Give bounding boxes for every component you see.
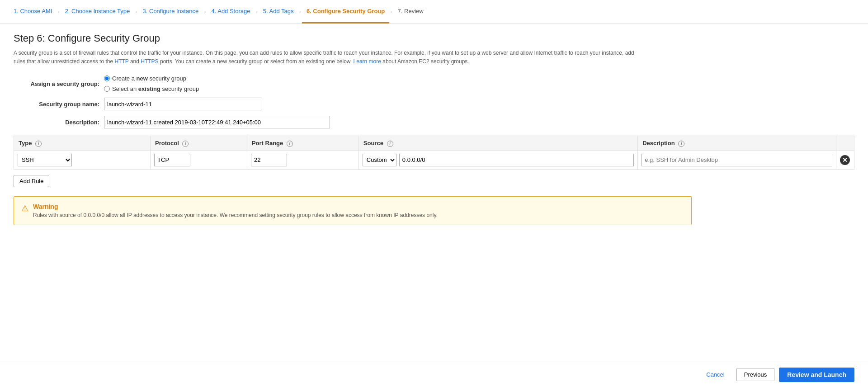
- protocol-info-icon[interactable]: i: [182, 141, 189, 147]
- main-content: Step 6: Configure Security Group A secur…: [0, 24, 868, 234]
- sg-desc-row: Description:: [14, 116, 854, 128]
- create-new-option[interactable]: Create a new security group: [104, 75, 199, 82]
- col-protocol: Protocol i: [151, 136, 247, 151]
- https-link[interactable]: HTTPS: [141, 58, 158, 65]
- port-range-input[interactable]: [251, 154, 287, 166]
- sg-name-row: Security group name:: [14, 98, 854, 110]
- desc-and: and: [129, 58, 141, 65]
- page-title: Step 6: Configure Security Group: [14, 33, 854, 44]
- warning-content: Warning Rules with source of 0.0.0.0/0 a…: [33, 203, 438, 218]
- nav-sep-3: ›: [203, 8, 207, 15]
- type-cell: SSH: [14, 151, 151, 169]
- add-rule-button[interactable]: Add Rule: [14, 175, 49, 187]
- protocol-cell: [151, 151, 247, 169]
- sg-desc-label: Description:: [14, 119, 104, 126]
- nav-step-4[interactable]: 4. Add Storage: [207, 0, 255, 24]
- source-cell: Custom: [359, 151, 637, 169]
- col-port-range: Port Range i: [247, 136, 359, 151]
- table-header-row: Type i Protocol i Port Range i Source i …: [14, 136, 854, 151]
- warning-icon: ⚠: [21, 203, 28, 213]
- desc-info-icon[interactable]: i: [678, 141, 684, 147]
- nav-sep-1: ›: [57, 8, 60, 15]
- source-value-input[interactable]: [399, 154, 634, 166]
- col-port-label: Port Range: [252, 140, 283, 146]
- port-range-cell: [247, 151, 359, 169]
- nav-sep-6: ›: [389, 8, 393, 15]
- assign-sg-row: Assign a security group: Create a new se…: [14, 75, 854, 92]
- nav-sep-4: ›: [255, 8, 258, 15]
- assign-sg-label: Assign a security group:: [14, 80, 104, 87]
- sg-name-label: Security group name:: [14, 101, 104, 108]
- source-info-icon[interactable]: i: [387, 141, 393, 147]
- col-remove: [836, 136, 854, 151]
- desc-text-2: ports. You can create a new security gro…: [159, 58, 354, 65]
- warning-title: Warning: [33, 203, 438, 210]
- nav-step-6[interactable]: 6. Configure Security Group: [302, 0, 389, 24]
- col-type: Type i: [14, 136, 151, 151]
- warning-box: ⚠ Warning Rules with source of 0.0.0.0/0…: [14, 196, 692, 225]
- col-protocol-label: Protocol: [155, 140, 179, 146]
- description-cell: [638, 151, 836, 169]
- col-type-label: Type: [19, 140, 32, 146]
- select-existing-option[interactable]: Select an existing security group: [104, 85, 199, 92]
- desc-text-3: about Amazon EC2 security groups.: [381, 58, 469, 65]
- remove-rule-button[interactable]: ✕: [840, 155, 850, 165]
- type-select[interactable]: SSH: [18, 154, 72, 166]
- table-row: SSH Custom: [14, 151, 854, 169]
- wizard-nav: 1. Choose AMI › 2. Choose Instance Type …: [0, 0, 868, 24]
- create-new-text: Create a new security group: [112, 75, 186, 82]
- nav-sep-2: ›: [134, 8, 138, 15]
- sg-name-input[interactable]: [104, 98, 262, 110]
- nav-step-1[interactable]: 1. Choose AMI: [9, 0, 57, 24]
- nav-step-7[interactable]: 7. Review: [393, 0, 428, 24]
- http-link[interactable]: HTTP: [114, 58, 128, 65]
- nav-step-5[interactable]: 5. Add Tags: [259, 0, 298, 24]
- radio-group: Create a new security group Select an ex…: [104, 75, 199, 92]
- port-info-icon[interactable]: i: [287, 141, 293, 147]
- description-input[interactable]: [642, 154, 832, 166]
- type-info-icon[interactable]: i: [35, 141, 42, 147]
- nav-step-2[interactable]: 2. Choose Instance Type: [61, 0, 135, 24]
- source-type-select[interactable]: Custom: [363, 154, 396, 166]
- warning-text: Rules with source of 0.0.0.0/0 allow all…: [33, 212, 438, 218]
- protocol-input[interactable]: [154, 154, 190, 166]
- select-existing-radio[interactable]: [104, 86, 110, 92]
- col-source-label: Source: [363, 140, 383, 146]
- learn-more-link[interactable]: Learn more: [354, 58, 381, 65]
- source-cell-inner: Custom: [363, 154, 634, 166]
- nav-sep-5: ›: [298, 8, 302, 15]
- sg-desc-input[interactable]: [104, 116, 330, 128]
- col-source: Source i: [359, 136, 637, 151]
- nav-step-3[interactable]: 3. Configure Instance: [138, 0, 203, 24]
- page-description: A security group is a set of firewall ru…: [14, 49, 646, 66]
- rules-table: Type i Protocol i Port Range i Source i …: [14, 136, 854, 170]
- col-description: Description i: [638, 136, 836, 151]
- remove-cell: ✕: [836, 151, 854, 169]
- select-existing-text: Select an existing security group: [112, 85, 199, 92]
- create-new-radio[interactable]: [104, 76, 110, 81]
- col-desc-label: Description: [642, 140, 675, 146]
